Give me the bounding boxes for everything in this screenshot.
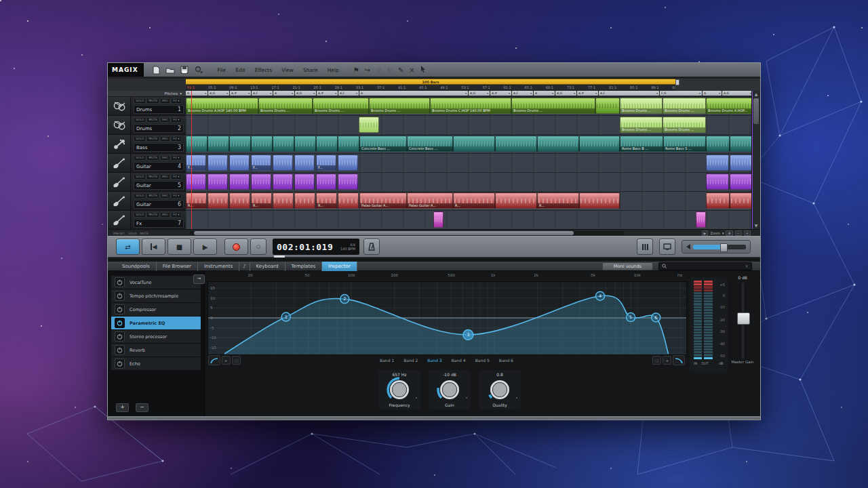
skip-to-start-button[interactable]: ◀ [142, 239, 165, 255]
tips-book-icon[interactable]: ⚑ [353, 66, 359, 74]
remove-effect-button[interactable]: − [136, 403, 149, 412]
menu-item-file[interactable]: File [218, 67, 226, 73]
audio-clip[interactable] [579, 136, 620, 152]
hp-slope-icon[interactable]: ▸ [222, 356, 231, 365]
audio-clip[interactable]: F... [251, 155, 271, 171]
monitor-button[interactable] [659, 239, 675, 255]
zoom-out-icon[interactable]: − [735, 230, 742, 236]
audio-clip[interactable] [706, 174, 729, 190]
mute-button[interactable]: MUTE [146, 193, 159, 199]
audio-clip[interactable]: Concrete Bass ... [359, 136, 407, 152]
master-solo-label[interactable]: SOLO [128, 232, 136, 235]
zoom-fit-icon[interactable]: ✥ [726, 230, 732, 236]
metronome-button[interactable] [363, 239, 380, 255]
effect-item-reverb[interactable]: Reverb [111, 344, 201, 357]
menu-item-view[interactable]: View [281, 67, 294, 73]
audio-clip[interactable] [229, 155, 250, 171]
pitch-marker[interactable]: A▾ [703, 91, 722, 96]
menu-item-effects[interactable]: Effects [255, 67, 273, 73]
audio-clip[interactable]: F... [316, 155, 336, 171]
track-header-guitar-5[interactable]: SOLOMUTERECFX ▾Guitar5 [108, 173, 186, 192]
cursor-icon[interactable] [420, 66, 426, 74]
power-icon[interactable] [115, 331, 125, 342]
audio-clip[interactable] [595, 98, 620, 114]
audio-clip[interactable] [453, 136, 495, 152]
power-icon[interactable] [115, 291, 125, 301]
audio-clip[interactable]: Rome Bass S ... [663, 136, 706, 152]
fx-button[interactable]: FX ▾ [171, 155, 181, 161]
search-field[interactable]: × [658, 262, 752, 270]
track-lane-3[interactable]: Concrete Bass ...Concrete Bass ...Rome B… [186, 135, 753, 154]
track-lane-6[interactable]: R...R...R...Palao Guitar A...Palao Guita… [186, 192, 753, 211]
rec-button[interactable]: REC [160, 136, 170, 142]
record-button[interactable] [224, 239, 248, 255]
time-display[interactable]: 002:01:019 4/4 140 BPM [273, 239, 359, 255]
pitch-marker[interactable]: A,G▾ [469, 91, 490, 96]
audio-clip[interactable]: Brooms Drums ... [620, 117, 663, 133]
solo-button[interactable]: SOLO [134, 212, 146, 218]
eq-node-6[interactable]: 6 [652, 313, 660, 322]
new-project-icon[interactable] [151, 66, 161, 75]
eq-node-5[interactable]: 5 [627, 313, 635, 322]
pitch-marker[interactable]: A,#▾ [230, 91, 251, 96]
menu-item-share[interactable]: Share [303, 67, 318, 73]
menu-item-edit[interactable]: Edit [235, 67, 245, 73]
loop-button[interactable]: ⇄ [116, 239, 140, 255]
highpass-filter-icon[interactable] [208, 355, 220, 365]
power-icon[interactable] [115, 304, 125, 314]
audio-clip[interactable] [316, 174, 336, 190]
tab-instruments[interactable]: Instruments [198, 262, 239, 271]
eq-node-1[interactable]: 1 [281, 312, 290, 321]
pitch-marker[interactable]: A,G▾ [722, 91, 753, 96]
track-name[interactable]: Guitar [136, 164, 151, 169]
audio-clip[interactable] [338, 136, 359, 152]
mute-button[interactable]: MUTE [146, 117, 159, 123]
pitch-marker[interactable]: A,G▾ [295, 91, 316, 96]
eq-curve-plot[interactable]: 151050-5-10-15123456 [208, 281, 687, 355]
track-lane-1[interactable]: Brooms Drums A.HOP 140.00 BPMBrooms Drum… [186, 97, 753, 116]
stop-button[interactable]: ■ [167, 239, 191, 255]
audio-clip[interactable] [229, 192, 250, 209]
tab-inspector[interactable]: Inspector [322, 262, 357, 271]
vertical-scroll-thumb[interactable] [753, 98, 759, 124]
audio-clip[interactable] [730, 192, 753, 209]
playhead[interactable] [191, 91, 192, 229]
track-lanes[interactable]: A▾A,G▾A,#▾A,F▾A▾A,G▾A,#▾A,F▾A▾A,G▾A,#▾A,… [186, 91, 753, 229]
audio-clip[interactable]: R... [251, 192, 272, 209]
audio-clip[interactable] [730, 174, 753, 190]
power-icon[interactable] [115, 277, 125, 287]
track-name[interactable]: Drums [136, 107, 152, 113]
audio-clip[interactable]: R... [186, 192, 207, 209]
audio-clip[interactable] [208, 174, 228, 190]
track-lane-4[interactable]: F...F...F... [186, 154, 753, 173]
audio-clip[interactable]: Brooms Drums A.HOP 140.00 BPM [186, 98, 258, 114]
audio-clip[interactable] [730, 136, 753, 152]
export-icon[interactable] [194, 66, 204, 75]
track-header-guitar-4[interactable]: SOLOMUTERECFX ▾Guitar4 [108, 154, 186, 173]
audio-clip[interactable] [338, 192, 359, 209]
open-project-icon[interactable] [165, 66, 176, 75]
tab-icon[interactable]: ♪ [239, 262, 250, 271]
mute-button[interactable]: MUTE [146, 98, 159, 104]
audio-clip[interactable]: Rome Bass B ... [620, 136, 663, 152]
mute-button[interactable]: MUTE [146, 155, 159, 161]
ruler-end-handle[interactable] [675, 79, 679, 85]
band-tab-band-1[interactable]: Band 1 [380, 358, 394, 363]
audio-clip[interactable] [208, 155, 228, 171]
audio-clip[interactable] [730, 155, 753, 171]
audio-clip[interactable] [696, 211, 706, 228]
track-lane-2[interactable]: Brooms Drums ...Brooms Drums ... [186, 116, 753, 135]
lp-slope-icon[interactable]: ◂ [663, 356, 671, 365]
track-header-drums-2[interactable]: SOLOMUTERECFX ▾Drums2 [108, 116, 186, 135]
timeline-ruler[interactable]: 01:105:109:113:117:121:125:129:133:137:1… [186, 85, 675, 91]
audio-clip[interactable] [208, 136, 229, 152]
mute-button[interactable]: MUTE [146, 174, 159, 180]
band-tab-band-5[interactable]: Band 5 [475, 358, 490, 363]
audio-clip[interactable] [495, 192, 537, 209]
audio-clip[interactable]: Brooms Drums ... [258, 98, 313, 114]
audio-clip[interactable] [294, 192, 315, 209]
audio-clip[interactable] [186, 136, 208, 152]
pitch-marker[interactable]: A▾ [359, 91, 468, 96]
track-name[interactable]: Guitar [136, 202, 151, 207]
pitch-marker[interactable]: A▾ [186, 91, 208, 96]
